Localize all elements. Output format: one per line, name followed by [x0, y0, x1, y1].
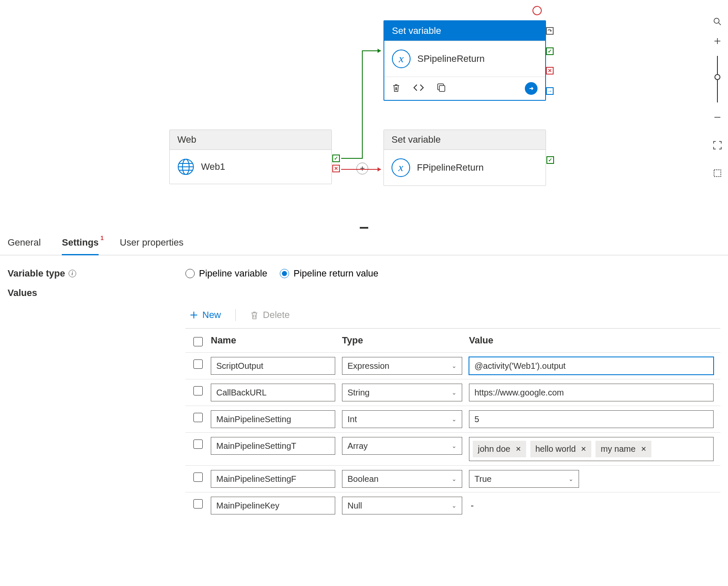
name-input[interactable]: [211, 384, 335, 401]
failure-port[interactable]: ✕: [546, 67, 554, 75]
properties-tabs: General Settings 1 User properties: [0, 229, 728, 255]
value-input[interactable]: [469, 410, 714, 428]
svg-point-8: [714, 18, 719, 23]
copy-icon[interactable]: [437, 83, 446, 94]
zoom-in-icon[interactable]: [713, 36, 722, 46]
value-input[interactable]: [469, 357, 714, 375]
success-port[interactable]: ✓: [332, 155, 340, 162]
pipeline-canvas[interactable]: Web Web1 ✓ ✕ + Set variable x SPipelineR…: [0, 0, 728, 229]
info-icon[interactable]: i: [69, 270, 76, 277]
success-port[interactable]: ✓: [546, 47, 554, 55]
type-select[interactable]: Expression⌄: [342, 357, 462, 375]
new-button[interactable]: New: [185, 307, 225, 323]
type-select[interactable]: Array⌄: [342, 437, 462, 455]
delete-button[interactable]: Delete: [246, 307, 294, 323]
table-row: Expression⌄: [185, 352, 720, 379]
activity-set-variable-f[interactable]: Set variable x FPipelineReturn ✓: [383, 130, 546, 186]
table-row: Array⌄john doe✕hello world✕my name✕: [185, 432, 720, 465]
fit-icon[interactable]: [713, 141, 722, 150]
add-activity-button[interactable]: +: [356, 163, 368, 174]
type-select[interactable]: Null⌄: [342, 497, 462, 514]
table-row: String⌄: [185, 379, 720, 406]
code-icon[interactable]: [413, 83, 424, 94]
tab-user-properties[interactable]: User properties: [120, 237, 183, 255]
table-row: Boolean⌄True⌄: [185, 465, 720, 492]
name-input[interactable]: [211, 410, 335, 428]
svg-rect-15: [714, 170, 721, 177]
activity-toolbar: [384, 77, 545, 100]
type-select[interactable]: String⌄: [342, 384, 462, 401]
tab-badge: 1: [100, 235, 104, 241]
tab-settings[interactable]: Settings 1: [62, 237, 99, 255]
variable-type-label: Variable type i: [8, 268, 185, 279]
column-header-name[interactable]: Name: [211, 335, 342, 346]
variable-icon: x: [392, 158, 410, 177]
tab-label: Settings: [62, 237, 99, 248]
activity-name-label: SPipelineReturn: [417, 53, 485, 64]
name-input[interactable]: [211, 497, 335, 514]
search-icon[interactable]: [713, 17, 722, 26]
row-checkbox[interactable]: [193, 473, 203, 482]
tag: my name✕: [596, 441, 651, 457]
values-table: Name Type Value Expression⌄String⌄Int⌄Ar…: [185, 328, 720, 519]
fullscreen-icon[interactable]: [713, 169, 722, 178]
globe-icon: [177, 158, 194, 175]
row-checkbox[interactable]: [193, 499, 203, 509]
row-checkbox[interactable]: [193, 359, 203, 369]
activity-header: Set variable: [384, 21, 545, 41]
tag: hello world✕: [530, 441, 592, 457]
table-row: Int⌄: [185, 406, 720, 432]
type-select[interactable]: Int⌄: [342, 410, 462, 428]
radio-pipeline-return[interactable]: Pipeline return value: [280, 268, 378, 279]
success-port[interactable]: ✓: [546, 156, 554, 164]
completion-port[interactable]: ↷: [546, 27, 554, 35]
type-select[interactable]: Boolean⌄: [342, 470, 462, 488]
remove-tag-icon[interactable]: ✕: [516, 445, 521, 453]
value-input[interactable]: [469, 384, 714, 401]
remove-tag-icon[interactable]: ✕: [581, 445, 586, 453]
tab-general[interactable]: General: [8, 237, 41, 255]
tag: john doe✕: [473, 441, 526, 457]
button-label: Delete: [263, 310, 290, 321]
row-checkbox[interactable]: [193, 413, 203, 422]
skip-port[interactable]: →: [546, 87, 554, 95]
activity-web[interactable]: Web Web1 ✓ ✕: [169, 130, 332, 184]
toolbar-divider: [235, 309, 236, 321]
column-header-value[interactable]: Value: [469, 335, 720, 346]
activity-name-label: FPipelineReturn: [417, 162, 484, 173]
svg-line-9: [719, 23, 721, 25]
variable-icon: x: [392, 50, 411, 68]
null-value: -: [469, 497, 714, 514]
name-input[interactable]: [211, 357, 335, 375]
radio-label: Pipeline return value: [293, 268, 378, 279]
zoom-out-icon[interactable]: [713, 113, 722, 122]
row-checkbox[interactable]: [193, 386, 203, 395]
svg-rect-5: [439, 86, 445, 91]
select-all-checkbox[interactable]: [193, 337, 203, 346]
activity-name-label: Web1: [201, 161, 225, 172]
activity-header: Web: [170, 130, 331, 150]
value-select[interactable]: True⌄: [469, 470, 579, 488]
activity-set-variable-s[interactable]: Set variable x SPipelineReturn ↷ ✓ ✕ →: [383, 20, 546, 101]
radio-label: Pipeline variable: [199, 268, 267, 279]
svg-marker-6: [378, 49, 381, 53]
radio-pipeline-variable[interactable]: Pipeline variable: [185, 268, 267, 279]
table-row: Null⌄-: [185, 492, 720, 519]
svg-marker-7: [378, 167, 381, 171]
canvas-right-toolbar: [707, 8, 728, 178]
failure-port[interactable]: ✕: [332, 165, 340, 172]
delete-icon[interactable]: [392, 83, 400, 94]
column-header-type[interactable]: Type: [342, 335, 469, 346]
svg-point-13: [715, 75, 720, 80]
panel-resize-handle[interactable]: [360, 227, 368, 229]
expand-icon[interactable]: [525, 82, 538, 95]
zoom-slider[interactable]: [713, 56, 722, 102]
settings-panel: Variable type i Pipeline variable Pipeli…: [0, 255, 728, 531]
remove-tag-icon[interactable]: ✕: [641, 445, 646, 453]
tags-input[interactable]: john doe✕hello world✕my name✕: [469, 437, 714, 461]
values-label: Values: [8, 287, 185, 299]
row-checkbox[interactable]: [193, 440, 203, 449]
name-input[interactable]: [211, 470, 335, 488]
validation-error-marker: [532, 6, 542, 15]
name-input[interactable]: [211, 437, 335, 455]
